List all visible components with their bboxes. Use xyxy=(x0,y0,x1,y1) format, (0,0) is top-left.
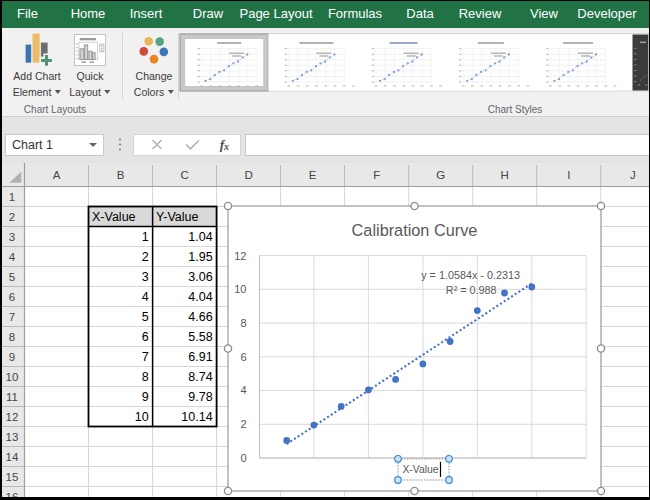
svg-text:10: 10 xyxy=(135,410,149,424)
svg-text:9: 9 xyxy=(9,351,15,363)
svg-text:G: G xyxy=(436,169,445,181)
svg-text:7: 7 xyxy=(9,311,15,323)
svg-text:6: 6 xyxy=(9,291,15,303)
svg-text:0: 0 xyxy=(240,452,246,464)
svg-text:12: 12 xyxy=(234,250,246,262)
svg-text:1: 1 xyxy=(9,191,15,203)
svg-text:6: 6 xyxy=(142,330,149,344)
svg-text:3.06: 3.06 xyxy=(188,270,212,284)
svg-text:2: 2 xyxy=(142,250,149,264)
svg-text:3: 3 xyxy=(142,270,149,284)
svg-text:X-Value: X-Value xyxy=(92,210,136,224)
svg-text:10: 10 xyxy=(234,283,246,295)
svg-text:11: 11 xyxy=(6,391,18,403)
svg-text:9: 9 xyxy=(142,390,149,404)
svg-text:10.14: 10.14 xyxy=(181,410,212,424)
svg-text:8: 8 xyxy=(240,317,246,329)
svg-text:2: 2 xyxy=(9,211,15,223)
svg-text:5: 5 xyxy=(142,310,149,324)
svg-text:A: A xyxy=(53,169,61,181)
svg-text:4: 4 xyxy=(9,251,16,263)
svg-text:15: 15 xyxy=(6,471,19,483)
svg-text:x: x xyxy=(223,141,229,152)
svg-text:1.95: 1.95 xyxy=(188,250,212,264)
svg-text:H: H xyxy=(501,169,509,181)
svg-text:Calibration Curve: Calibration Curve xyxy=(352,221,478,239)
svg-text:8: 8 xyxy=(9,331,15,343)
svg-text:1.04: 1.04 xyxy=(188,230,212,244)
svg-text:2: 2 xyxy=(240,418,246,430)
svg-text:8: 8 xyxy=(142,370,149,384)
svg-text:4: 4 xyxy=(142,290,149,304)
svg-text:R² = 0.988: R² = 0.988 xyxy=(446,284,497,296)
svg-text:F: F xyxy=(373,169,380,181)
svg-text:13: 13 xyxy=(6,431,19,443)
svg-text:J: J xyxy=(630,169,636,181)
svg-text:3: 3 xyxy=(9,231,15,243)
svg-text:4: 4 xyxy=(240,384,246,396)
svg-text:8.74: 8.74 xyxy=(188,370,212,384)
svg-text:y = 1.0584x - 0.2313: y = 1.0584x - 0.2313 xyxy=(421,269,520,281)
svg-text:10: 10 xyxy=(6,371,19,383)
svg-text:14: 14 xyxy=(6,451,19,463)
svg-text:7: 7 xyxy=(142,350,149,364)
svg-text:X-Value: X-Value xyxy=(402,464,438,475)
svg-text:E: E xyxy=(309,169,317,181)
svg-text:4.66: 4.66 xyxy=(188,310,212,324)
svg-text:Y-Value: Y-Value xyxy=(156,210,198,224)
svg-text:6.91: 6.91 xyxy=(188,350,212,364)
svg-text:C: C xyxy=(180,169,188,181)
svg-text:4.04: 4.04 xyxy=(188,290,212,304)
svg-text:6: 6 xyxy=(240,351,246,363)
svg-text:12: 12 xyxy=(6,411,19,423)
svg-text:D: D xyxy=(244,169,252,181)
svg-text:5.58: 5.58 xyxy=(188,330,212,344)
svg-text:5: 5 xyxy=(9,271,15,283)
svg-text:9.78: 9.78 xyxy=(188,390,212,404)
svg-text:1: 1 xyxy=(142,230,149,244)
svg-text:B: B xyxy=(117,169,125,181)
svg-text:I: I xyxy=(567,169,570,181)
